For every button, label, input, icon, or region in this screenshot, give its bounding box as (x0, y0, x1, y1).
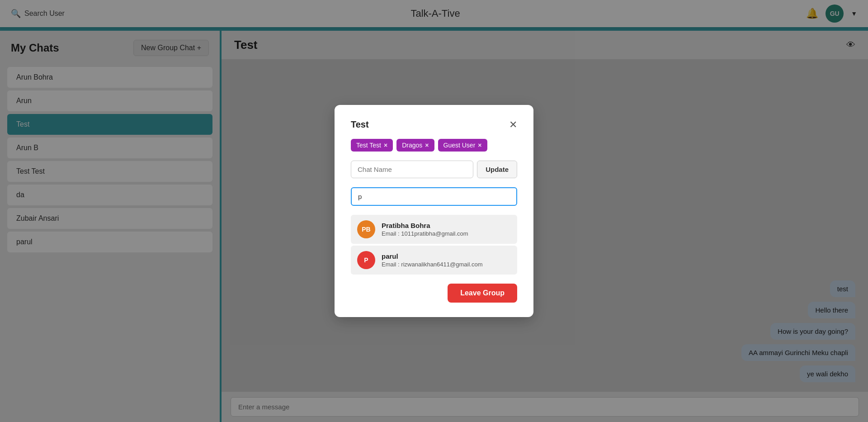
user-email: Email : rizwanalikhan6411@gmail.com (382, 261, 482, 268)
modal-title: Test (351, 119, 369, 130)
modal: Test ✕ Test Test×Dragos×Guest User× Upda… (335, 105, 533, 317)
tag-label: Dragos (402, 142, 422, 149)
user-avatar: P (357, 251, 375, 269)
tags-row: Test Test×Dragos×Guest User× (351, 139, 517, 152)
user-list-item[interactable]: PBPratibha BohraEmail : 1011pratibha@gma… (351, 215, 517, 244)
user-email: Email : 1011pratibha@gmail.com (382, 230, 468, 237)
user-info: parulEmail : rizwanalikhan6411@gmail.com (382, 252, 482, 268)
user-search-input[interactable] (351, 187, 517, 206)
modal-overlay[interactable]: Test ✕ Test Test×Dragos×Guest User× Upda… (0, 0, 868, 422)
tag-label: Test Test (356, 142, 381, 149)
chat-name-input[interactable] (351, 161, 473, 178)
user-avatar: PB (357, 220, 375, 238)
tag-label: Guest User (443, 142, 476, 149)
user-list-item[interactable]: PparulEmail : rizwanalikhan6411@gmail.co… (351, 246, 517, 275)
update-button[interactable]: Update (477, 161, 517, 178)
modal-header: Test ✕ (351, 119, 517, 130)
modal-close-button[interactable]: ✕ (509, 120, 517, 130)
user-list: PBPratibha BohraEmail : 1011pratibha@gma… (351, 215, 517, 275)
user-name: parul (382, 252, 482, 260)
leave-group-button[interactable]: Leave Group (448, 284, 517, 303)
tag-remove-button[interactable]: × (425, 142, 429, 149)
tag-remove-button[interactable]: × (384, 142, 387, 149)
user-info: Pratibha BohraEmail : 1011pratibha@gmail… (382, 222, 468, 237)
user-name: Pratibha Bohra (382, 222, 468, 229)
user-tag: Test Test× (351, 139, 393, 152)
tag-remove-button[interactable]: × (478, 142, 481, 149)
user-tag: Guest User× (438, 139, 487, 152)
user-tag: Dragos× (396, 139, 434, 152)
modal-footer: Leave Group (351, 284, 517, 303)
chat-name-row: Update (351, 161, 517, 178)
